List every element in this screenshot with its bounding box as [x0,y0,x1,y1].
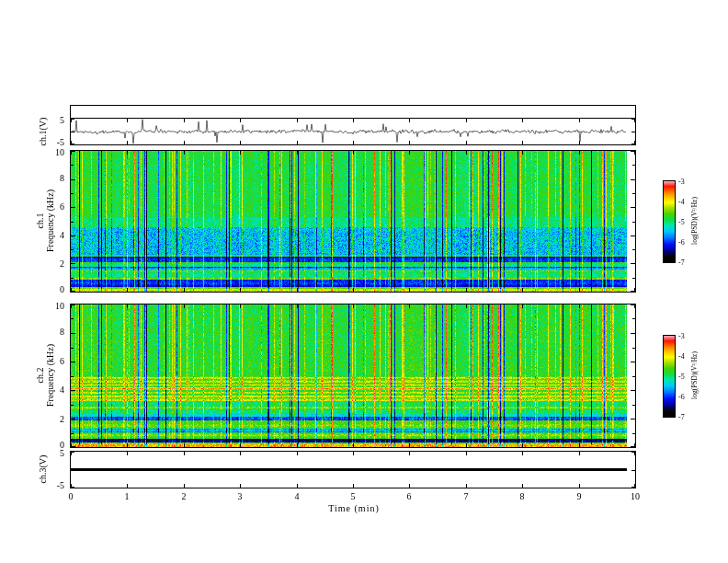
y-tick-mark [71,249,74,250]
y-tick-mark [631,151,635,152]
x-tick-mark [127,141,128,144]
x-tick-mark [522,484,523,488]
y-tick-mark [71,304,75,305]
x-tick-mark [297,484,298,488]
y-tick-mark [631,419,635,419]
x-tick-mark [579,452,580,455]
ch1-spectrogram-panel [70,150,636,293]
x-tick-mark [409,119,410,122]
x-tick-mark [184,141,185,144]
y-tick-mark [632,193,635,194]
x-tick-mark [466,452,467,455]
x-axis-tick-label: 0 [57,491,85,501]
time-axis-label: Time (min) [71,503,637,513]
x-axis-tick-label: 8 [508,491,536,501]
y-tick-mark [632,165,635,166]
x-tick-mark [409,452,410,455]
x-tick-mark [127,452,128,455]
x-tick-mark [353,151,354,155]
x-tick-mark [466,119,467,122]
y-tick-mark [71,419,75,419]
colorbar-tick-label: -7 [678,259,685,267]
y-tick-mark [71,405,74,406]
y-tick-mark [631,446,635,447]
colorbar-tick-label: -7 [678,413,685,421]
x-tick-mark [409,151,410,155]
ch2-colorbar-label: log(PSD)(V²/Hz) [690,325,700,426]
colorbar-tick-label: -6 [678,393,685,401]
colorbar-tick-label: -4 [678,352,685,361]
y-tick-mark [632,318,635,319]
x-tick-mark [184,443,185,447]
x-tick-mark [522,119,523,122]
colorbar-tick-label: -3 [678,332,685,340]
x-axis-tick-label: 1 [113,491,141,501]
x-tick-mark [184,151,185,155]
x-tick-mark [466,288,467,292]
y-tick-mark [631,304,635,305]
y-tick-mark [71,446,75,447]
x-tick-mark [127,443,128,447]
x-tick-mark [579,151,580,155]
x-tick-mark [127,288,128,292]
x-tick-mark [579,288,580,292]
x-tick-mark [184,304,185,308]
x-axis-tick-label: 5 [339,491,367,501]
y-tick-mark [71,278,74,279]
ch1-colorbar [663,180,676,263]
x-axis-tick-label: 2 [170,491,198,501]
y-tick-mark [631,179,635,180]
colorbar-tick-label: -5 [678,373,685,381]
x-axis-tick-label: 9 [565,491,593,501]
x-tick-mark [409,304,410,308]
x-tick-mark [297,288,298,292]
x-tick-mark [522,452,523,455]
x-tick-mark [184,288,185,292]
ch2-frequency-axis-label: ch.2 Frequency (kHz) [35,306,55,444]
x-tick-mark [522,151,523,155]
x-axis-tick-label: 10 [621,491,649,501]
x-tick-mark [127,484,128,488]
x-tick-mark [184,119,185,122]
ch2-frequency-axis-label-line1: ch.2 [35,306,45,444]
x-tick-mark [240,119,241,122]
y-tick-mark [632,376,635,377]
x-tick-mark [353,304,354,308]
x-tick-mark [466,304,467,308]
x-tick-mark [579,119,580,122]
x-tick-mark [127,119,128,122]
y-tick-mark [71,207,75,208]
y-tick-mark [71,119,74,120]
x-axis-tick-label: 6 [395,491,423,501]
y-tick-mark [71,487,74,488]
x-tick-mark [297,141,298,144]
ch2-colorbar [663,335,676,418]
y-tick-mark [631,263,635,264]
y-tick-mark [631,470,635,471]
ch1-frequency-axis-label-line2: Frequency (kHz) [45,152,55,290]
ch1-spectrogram-canvas [71,151,635,292]
x-tick-mark [353,288,354,292]
y-tick-mark [71,132,74,132]
ch1-colorbar-label: log(PSD)(V²/Hz) [690,170,700,271]
header-frame [70,105,636,118]
x-tick-mark [297,304,298,308]
y-tick-mark [71,151,75,152]
y-tick-mark [71,165,74,166]
y-tick-mark [71,362,75,362]
y-tick-mark [631,333,635,334]
time-axis-ticks: 012345678910 [71,491,637,502]
y-tick-mark [71,222,74,223]
y-tick-mark [632,433,635,434]
y-tick-mark [631,119,635,120]
y-tick-mark [71,470,74,471]
y-tick-mark [631,291,635,292]
x-tick-mark [297,443,298,447]
y-tick-mark [631,452,635,453]
x-tick-mark [240,141,241,144]
x-tick-mark [409,141,410,144]
x-tick-mark [184,484,185,488]
x-tick-mark [297,151,298,155]
x-tick-mark [240,288,241,292]
x-tick-mark [353,119,354,122]
